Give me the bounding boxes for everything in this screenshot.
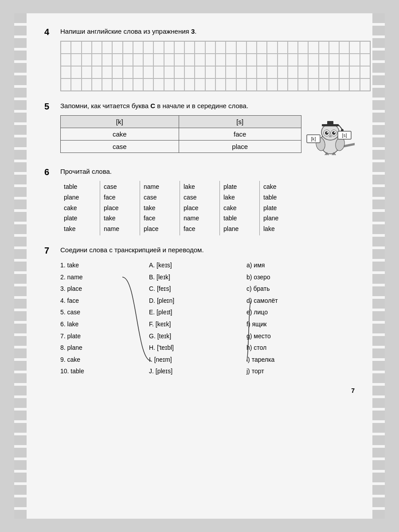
grid-cell	[288, 54, 298, 66]
grid-cell	[267, 41, 277, 54]
grid-cell	[236, 41, 246, 54]
svg-point-12	[334, 132, 335, 133]
grid-cell	[174, 66, 184, 78]
word-column-0: tableplanecakeplatetake	[60, 181, 100, 235]
grid-cell	[278, 66, 288, 78]
grid-cell	[153, 41, 164, 54]
owl-svg: [k] [s]	[306, 111, 355, 155]
word-item: cake	[64, 203, 96, 214]
grid-cell	[226, 41, 236, 54]
word-item: plane	[223, 224, 256, 235]
grid-cell	[257, 66, 267, 78]
grid-cell	[205, 41, 215, 54]
grid-cell	[236, 54, 246, 66]
grid-cell	[278, 78, 288, 91]
grid-cell	[339, 41, 349, 54]
section-5-title: Запомни, как читается буква C в начале и…	[60, 101, 248, 111]
grid-cell	[184, 66, 195, 78]
grid-cell	[349, 66, 360, 78]
grid-cell	[215, 78, 226, 91]
grid-cell	[308, 41, 318, 54]
grid-cell	[143, 54, 153, 66]
grid-cell	[82, 66, 92, 78]
grid-cell	[123, 41, 133, 54]
section-7-header: 7 Соедини слова с транскрипцией и перево…	[44, 245, 355, 256]
grid-cell	[349, 54, 360, 66]
grid-cell	[288, 66, 298, 78]
grid-cell	[215, 66, 226, 78]
grid-cell	[133, 78, 143, 91]
section-4-number: 4	[44, 27, 60, 37]
grid-cell	[278, 41, 288, 54]
grid-cell	[92, 41, 102, 54]
grid-cell	[123, 66, 133, 78]
owl-illustration: [k] [s]	[306, 111, 355, 157]
grid-cell	[278, 54, 288, 66]
grid-cell	[246, 41, 257, 54]
page: 4 Напиши английские слова из упражнения …	[27, 13, 372, 519]
svg-point-11	[327, 132, 328, 133]
word-item: table	[263, 192, 296, 203]
word-item: plate	[64, 213, 96, 224]
match-item-0-8: 9. cake	[60, 354, 149, 366]
match-item-0-4: 5. case	[60, 306, 149, 318]
grid-cell	[319, 41, 329, 54]
section-5: 5 Запомни, как читается буква C в начале…	[44, 101, 355, 157]
grid-cell	[215, 54, 226, 66]
word-item: take	[104, 213, 136, 224]
grid-cell	[329, 54, 339, 66]
match-col-0: 1. take2. name3. place4. face5. case6. l…	[60, 259, 149, 377]
grid-cell	[246, 66, 257, 78]
grid-cell	[349, 41, 360, 54]
grid-cell	[195, 54, 205, 66]
grid-cell	[267, 54, 277, 66]
grid-cell	[360, 41, 370, 54]
match-item-0-6: 7. plate	[60, 330, 149, 342]
match-item-1-3: D. [pleɪn]	[149, 295, 246, 307]
match-item-2-8: i) тарелка	[246, 354, 335, 366]
section-7-number: 7	[44, 246, 60, 256]
grid-cell	[339, 66, 349, 78]
grid-cell	[226, 54, 236, 66]
grid-cell	[205, 54, 215, 66]
word-item: case	[104, 182, 136, 192]
grid-cell	[184, 41, 195, 54]
match-item-2-7: h) стол	[246, 342, 335, 354]
match-item-1-9: J. [pleɪs]	[149, 365, 246, 377]
grid-cell	[236, 78, 246, 91]
match-col-1: A. [keɪs]B. [leɪk]C. [feɪs]D. [pleɪn]E. …	[149, 259, 246, 377]
grid-cell	[257, 78, 267, 91]
grid-cell	[71, 54, 81, 66]
grid-cell	[360, 54, 370, 66]
grid-cell	[61, 41, 71, 54]
word-item: plane	[263, 213, 296, 224]
grid-cell	[82, 78, 92, 91]
grid-cell	[319, 54, 329, 66]
match-item-0-2: 3. place	[60, 283, 149, 295]
match-item-1-1: B. [leɪk]	[149, 271, 246, 283]
phonics-cell: place	[179, 141, 301, 153]
grid-cell	[61, 66, 71, 78]
svg-line-5	[339, 125, 342, 129]
grid-cell	[153, 66, 164, 78]
grid-cell	[267, 78, 277, 91]
word-item: name	[104, 224, 136, 235]
match-item-0-0: 1. take	[60, 259, 149, 271]
grid-cell	[195, 78, 205, 91]
grid-cell	[164, 41, 174, 54]
word-item: lake	[184, 182, 216, 192]
grid-cell	[71, 66, 81, 78]
match-item-1-0: A. [keɪs]	[149, 259, 246, 271]
section-4-title: Напиши английские слова из упражнения 3.	[60, 27, 196, 37]
svg-point-9	[325, 131, 329, 135]
grid-cell	[153, 54, 164, 66]
section-6: 6 Прочитай слова. tableplanecakeplatetak…	[44, 167, 355, 235]
grid-cell	[61, 54, 71, 66]
grid-cell	[133, 54, 143, 66]
grid-cell	[92, 54, 102, 66]
grid-cell	[298, 41, 308, 54]
word-column-3: lakecaseplacenameface	[180, 181, 220, 235]
section-6-header: 6 Прочитай слова.	[44, 167, 355, 177]
grid-cell	[164, 54, 174, 66]
word-item: plate	[223, 182, 256, 192]
